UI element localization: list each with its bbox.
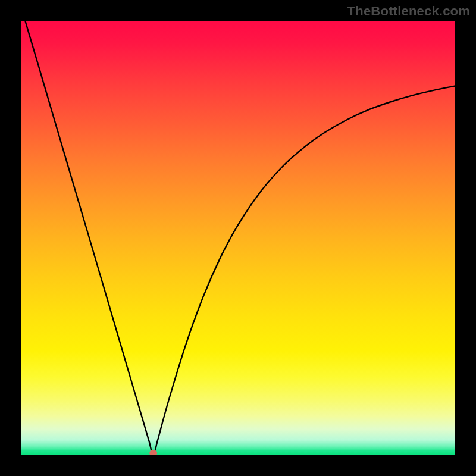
chart-frame: TheBottleneck.com — [0, 0, 476, 476]
bottleneck-curve — [25, 21, 455, 455]
plot-area — [21, 21, 455, 455]
watermark-text: TheBottleneck.com — [347, 4, 470, 19]
curve-layer — [21, 21, 455, 455]
